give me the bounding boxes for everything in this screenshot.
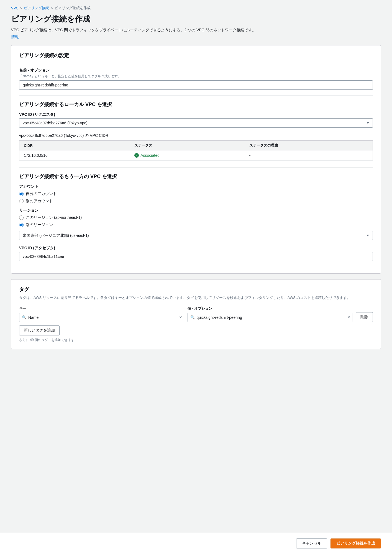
breadcrumb-vpc[interactable]: VPC [11, 6, 19, 10]
cidr-col-header: CIDR [19, 141, 130, 150]
region-select-wrapper: 米国東部 (バージニア北部) (us-east-1) ▼ [19, 231, 373, 240]
breadcrumb-sep-2: > [51, 6, 53, 10]
tag-value-input[interactable] [188, 313, 353, 322]
vpc-id-accepter-label: VPC ID (アクセプタ) [19, 246, 373, 251]
account-own-label: 自分のアカウント [26, 191, 57, 196]
cidr-section-label: vpc-05c48c97d5be276a6 (Tokyo-vpc) の VPC … [19, 133, 373, 138]
footer-actions: キャンセル ピアリング接続を作成 [0, 533, 392, 554]
region-other-radio[interactable] [19, 223, 24, 227]
breadcrumb-peering[interactable]: ピアリング接続 [24, 6, 49, 11]
name-label: 名前 - オプション [19, 68, 373, 73]
account-own-item[interactable]: 自分のアカウント [19, 191, 373, 196]
tag-hint: さらに 49 個のタグ、を追加できます。 [19, 338, 373, 342]
tag-key-search-icon: 🔍 [22, 315, 26, 319]
vpc-id-requester-group: VPC ID (リクエスタ) vpc-05c48c97d5be276a6 (To… [19, 112, 373, 128]
status-reason-cell: - [245, 150, 373, 161]
region-radio-group: このリージョン (ap-northeast-1) 別のリージョン [19, 215, 373, 227]
region-label: リージョン [19, 208, 373, 213]
breadcrumb-current: ピアリング接続を作成 [55, 6, 91, 11]
vpc-id-requester-label: VPC ID (リクエスタ) [19, 112, 373, 117]
status-cell: ✓ Associated [130, 150, 245, 161]
breadcrumb-sep-1: > [20, 6, 22, 10]
region-this-item[interactable]: このリージョン (ap-northeast-1) [19, 215, 373, 220]
region-this-label: このリージョン (ap-northeast-1) [26, 215, 82, 220]
page-description: VPC ピアリング接続は、VPC 間でトラフィックをプライベートにルーティングで… [11, 27, 381, 33]
add-tag-button[interactable]: 新しいタグを追加 [19, 325, 60, 335]
tag-key-input[interactable] [19, 313, 184, 322]
remote-vpc-title: ピアリング接続するもう一方の VPC を選択 [19, 173, 373, 180]
account-other-item[interactable]: 別のアカウント [19, 199, 373, 204]
tag-delete-button[interactable]: 削除 [356, 312, 373, 322]
tag-key-col: キー 🔍 × [19, 306, 184, 322]
info-link[interactable]: 情報 [11, 35, 19, 40]
tag-value-clear-button[interactable]: × [348, 315, 350, 320]
peering-settings-section: ピアリング接続の設定 名前 - オプション 「Name」というキーと、指定した値… [11, 45, 381, 274]
name-input[interactable] [19, 80, 373, 90]
account-own-radio[interactable] [19, 192, 24, 196]
cancel-button[interactable]: キャンセル [296, 538, 327, 548]
tag-value-label: 値 - オプション [188, 306, 353, 311]
page-title: ピアリング接続を作成 [11, 14, 381, 24]
region-other-label: 別のリージョン [26, 222, 53, 227]
tag-value-col: 値 - オプション 🔍 × [188, 306, 353, 322]
peering-settings-title: ピアリング接続の設定 [19, 52, 373, 62]
status-label: Associated [140, 153, 159, 158]
tag-key-clear-button[interactable]: × [179, 315, 182, 320]
vpc-id-accepter-group: VPC ID (アクセプタ) [19, 246, 373, 261]
region-select-group: 米国東部 (バージニア北部) (us-east-1) ▼ [19, 231, 373, 240]
region-select[interactable]: 米国東部 (バージニア北部) (us-east-1) [19, 231, 373, 240]
cidr-cell: 172.16.0.0/16 [19, 150, 130, 161]
account-other-label: 別のアカウント [26, 199, 53, 204]
vpc-id-requester-select[interactable]: vpc-05c48c97d5be276a6 (Tokyo-vpc) [19, 118, 373, 128]
name-sublabel: 「Name」というキーと、指定した値を使用してタグを作成します。 [19, 74, 373, 79]
cidr-table: CIDR ステータス ステータスの理由 172.16.0.0/16 ✓ Asso… [19, 140, 373, 161]
region-this-radio[interactable] [19, 216, 24, 220]
divider-2 [19, 167, 373, 168]
status-col-header: ステータス [130, 141, 245, 150]
tag-value-search-icon: 🔍 [190, 315, 195, 319]
local-vpc-title: ピアリング接続するローカル VPC を選択 [19, 101, 373, 108]
region-other-item[interactable]: 別のリージョン [19, 222, 373, 227]
account-label: アカウント [19, 184, 373, 189]
tag-key-label: キー [19, 306, 184, 311]
tags-section: タグ タグは、AWS リソースに割り当てるラベルです。各タグはキーとオプションの… [11, 279, 381, 349]
vpc-id-accepter-input[interactable] [19, 252, 373, 261]
account-radio-group: 自分のアカウント 別のアカウント [19, 191, 373, 204]
tags-description: タグは、AWS リソースに割り当てるラベルです。各タグはキーとオプションの値で構… [19, 295, 373, 301]
breadcrumb: VPC > ピアリング接続 > ピアリング接続を作成 [11, 6, 381, 11]
table-row: 172.16.0.0/16 ✓ Associated - [19, 150, 373, 161]
tag-row: キー 🔍 × 値 - オプション 🔍 × 削除 [19, 306, 373, 322]
tag-value-input-wrapper: 🔍 × [188, 313, 353, 322]
submit-button[interactable]: ピアリング接続を作成 [330, 538, 381, 548]
name-field-group: 名前 - オプション 「Name」というキーと、指定した値を使用してタグを作成し… [19, 68, 373, 90]
account-other-radio[interactable] [19, 199, 24, 203]
tags-title: タグ [19, 286, 373, 293]
divider-1 [19, 95, 373, 96]
status-reason-col-header: ステータスの理由 [245, 141, 373, 150]
vpc-id-requester-select-wrapper: vpc-05c48c97d5be276a6 (Tokyo-vpc) ▼ [19, 118, 373, 128]
status-associated: ✓ Associated [134, 153, 240, 158]
tag-key-input-wrapper: 🔍 × [19, 313, 184, 322]
status-check-icon: ✓ [134, 153, 139, 158]
